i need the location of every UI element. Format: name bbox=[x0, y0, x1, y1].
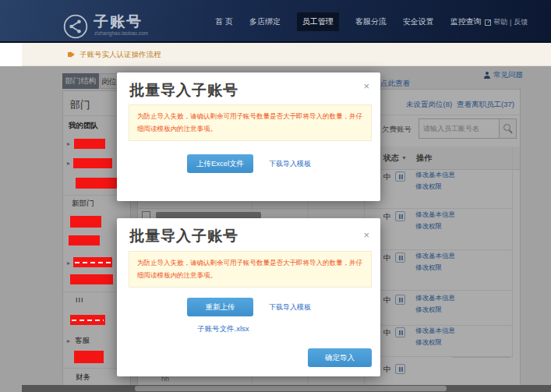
batch-import-modal: 批量导入子账号 × 为防止导入失败，请确认剩余可用子账号数量是否大于即将导入的数… bbox=[117, 72, 380, 201]
download-template-link[interactable]: 下载导入模板 bbox=[269, 302, 311, 313]
nav-item-staff[interactable]: 员工管理 bbox=[297, 12, 339, 31]
nav-help-area: 帮助 | 反馈 bbox=[485, 17, 528, 27]
redacted-sidebar-item bbox=[73, 158, 112, 168]
nav-item-security[interactable]: 安全设置 bbox=[403, 16, 434, 27]
warning-message: 为防止导入失败，请确认剩余可用子账号数量是否大于即将导入的数量，并仔细阅读模板内… bbox=[129, 104, 372, 141]
app-title: 子账号 bbox=[94, 12, 143, 32]
horizontal-scrollbar[interactable] bbox=[22, 385, 551, 392]
app-subtitle: zizhanghao.taobao.com bbox=[94, 30, 148, 36]
nav-menu: 首 页 多店绑定 员工管理 客服分流 安全设置 监控查询 bbox=[215, 0, 482, 43]
uploaded-file-link[interactable]: 子账号文件.xlsx bbox=[197, 324, 249, 334]
redacted-sidebar-item bbox=[70, 315, 105, 325]
reupload-button[interactable]: 重新上传 bbox=[187, 298, 253, 316]
upload-excel-button[interactable]: 上传Excel文件 bbox=[187, 154, 253, 173]
redacted-sidebar-item bbox=[74, 139, 105, 149]
logo-icon bbox=[62, 13, 89, 43]
close-icon[interactable]: × bbox=[363, 80, 369, 92]
announcement-bar: 子账号实人认证操作流程 bbox=[22, 43, 551, 66]
nav-item-home[interactable]: 首 页 bbox=[215, 16, 233, 27]
feedback-link[interactable]: 反馈 bbox=[514, 17, 528, 27]
modal-title: 批量导入子账号 bbox=[129, 226, 238, 246]
help-link[interactable]: 帮助 bbox=[493, 17, 507, 27]
announcement-link[interactable]: 子账号实人认证操作流程 bbox=[79, 50, 161, 60]
scrollbar-thumb[interactable] bbox=[135, 386, 447, 391]
confirm-import-button[interactable]: 确定导入 bbox=[308, 348, 372, 367]
modal-title: 批量导入子账号 bbox=[129, 80, 238, 101]
redacted-sidebar-item bbox=[74, 351, 104, 363]
close-icon[interactable]: × bbox=[363, 229, 369, 241]
speaker-icon bbox=[70, 51, 78, 58]
screen: 子账号 zizhanghao.taobao.com 首 页 多店绑定 员工管理 … bbox=[0, 0, 551, 392]
nav-item-multistore[interactable]: 多店绑定 bbox=[249, 16, 281, 27]
nav-item-monitor[interactable]: 监控查询 bbox=[450, 16, 482, 27]
download-template-link[interactable]: 下载导入模板 bbox=[269, 159, 311, 169]
redacted-sidebar-item bbox=[70, 216, 101, 228]
redacted-sidebar-item bbox=[69, 235, 100, 245]
redacted-sidebar-item bbox=[76, 178, 117, 189]
external-link-icon bbox=[485, 19, 491, 26]
help-divider: | bbox=[510, 19, 511, 26]
warning-message: 为防止导入失败，请确认剩余可用子账号数量是否大于即将导入的数量，并仔细阅读模板内… bbox=[129, 251, 372, 288]
top-nav: 子账号 zizhanghao.taobao.com 首 页 多店绑定 员工管理 … bbox=[0, 0, 551, 43]
batch-import-confirm-modal: 批量导入子账号 × 为防止导入失败，请确认剩余可用子账号数量是否大于即将导入的数… bbox=[117, 218, 380, 376]
nav-item-service-routing[interactable]: 客服分流 bbox=[355, 16, 387, 27]
redacted-sidebar-item bbox=[70, 274, 113, 284]
redacted-sidebar-item bbox=[73, 257, 112, 267]
